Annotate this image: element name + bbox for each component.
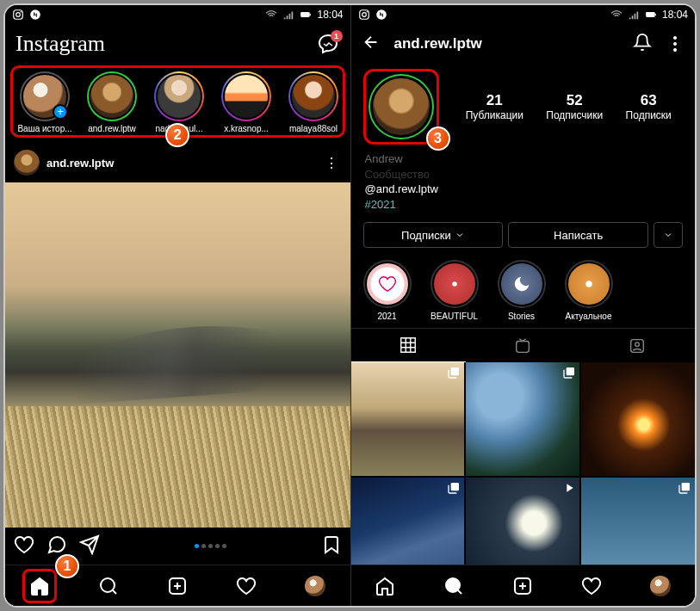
instagram-icon	[12, 9, 24, 21]
grid-icon	[399, 336, 418, 355]
post-image[interactable]	[5, 182, 350, 528]
posts-grid	[351, 362, 696, 591]
share-button[interactable]	[79, 534, 100, 559]
instagram-logo: Instagram	[15, 31, 105, 57]
story-item[interactable]: malaya88sol	[283, 71, 341, 133]
status-time: 18:04	[662, 9, 688, 21]
tab-igtv[interactable]	[466, 329, 580, 362]
svg-point-1	[16, 13, 21, 17]
profile-more-button[interactable]	[666, 36, 685, 52]
video-icon	[562, 481, 576, 495]
notifications-button[interactable]	[633, 33, 652, 55]
svg-rect-4	[301, 12, 311, 17]
svg-rect-21	[451, 483, 459, 491]
nav-profile[interactable]	[643, 569, 678, 603]
carousel-dots	[195, 544, 226, 548]
svg-point-11	[376, 9, 387, 20]
highlight-item[interactable]: Stories	[494, 260, 549, 321]
tagged-icon	[628, 336, 647, 355]
post-username[interactable]: and.rew.lptw	[46, 157, 318, 170]
highlights-tray[interactable]: 2021 BEAUTIFUL Stories Актуальное	[351, 256, 696, 328]
nav-home[interactable]	[22, 569, 57, 603]
post-header[interactable]: and.rew.lptw ⋮	[5, 143, 350, 182]
status-bar: 18:04	[5, 5, 350, 24]
messenger-button[interactable]: 1	[316, 32, 340, 56]
nav-activity[interactable]	[229, 569, 263, 603]
carousel-icon	[447, 481, 461, 495]
callout-2: 2	[165, 123, 189, 147]
carousel-icon	[447, 366, 461, 380]
profile-screen: 18:04 and.rew.lptw 3 21Публикации 52Подп…	[350, 5, 696, 606]
post-avatar[interactable]	[14, 150, 40, 176]
story-label: Ваша истор...	[17, 124, 71, 133]
story-label: and.rew.lptw	[88, 124, 136, 133]
heart-icon	[378, 275, 397, 293]
svg-rect-13	[655, 14, 656, 15]
shazam-icon	[375, 9, 387, 21]
bio-handle: @and.rew.lptw	[365, 182, 682, 197]
battery-icon	[645, 9, 657, 21]
highlight-item[interactable]: 2021	[360, 260, 415, 321]
svg-rect-16	[517, 341, 530, 352]
nav-add[interactable]	[160, 569, 195, 603]
signal-icon	[282, 9, 294, 21]
callout-3: 3	[426, 127, 450, 151]
svg-point-6	[101, 578, 115, 592]
svg-point-3	[30, 9, 40, 20]
post-actions	[5, 528, 350, 564]
carousel-icon	[562, 366, 576, 380]
grid-post[interactable]	[351, 362, 465, 476]
feed-screen: 18:04 Instagram 1 + Ваша истор... and.re…	[5, 5, 350, 606]
story-item[interactable]: and.rew.lptw	[82, 71, 142, 133]
bio-hashtag: #2021	[365, 197, 682, 213]
stat-posts[interactable]: 21Публикации	[466, 92, 523, 121]
svg-rect-19	[451, 367, 459, 375]
profile-stats: 21Публикации 52Подписчики 63Подписки	[455, 92, 684, 121]
profile-top: 3 21Публикации 52Подписчики 63Подписки	[351, 64, 696, 150]
sun-icon	[579, 275, 598, 293]
svg-point-15	[585, 281, 592, 287]
add-story-icon: +	[53, 104, 68, 120]
stat-following[interactable]: 63Подписки	[626, 92, 672, 121]
stat-followers[interactable]: 52Подписчики	[546, 92, 603, 121]
nav-add[interactable]	[505, 569, 540, 603]
profile-tabs	[351, 328, 696, 362]
wifi-icon	[610, 9, 623, 21]
igtv-icon	[513, 336, 532, 355]
nav-profile[interactable]	[298, 569, 332, 603]
svg-point-9	[362, 13, 366, 17]
back-button[interactable]	[362, 33, 381, 55]
msg-badge: 1	[331, 30, 343, 42]
tab-tagged[interactable]	[580, 329, 695, 362]
carousel-icon	[678, 481, 691, 495]
grid-post[interactable]	[581, 362, 695, 476]
story-self[interactable]: + Ваша истор...	[15, 71, 75, 133]
callout-1: 1	[55, 554, 79, 578]
suggest-button[interactable]	[654, 222, 683, 248]
instagram-icon	[358, 9, 370, 21]
nav-search[interactable]	[437, 569, 471, 603]
nav-activity[interactable]	[574, 569, 609, 603]
svg-rect-12	[646, 12, 655, 17]
avatar-highlight-box: 3	[363, 69, 439, 145]
profile-header: and.rew.lptw	[351, 24, 696, 64]
profile-buttons: Подписки Написать	[351, 219, 696, 256]
nav-home[interactable]	[368, 569, 402, 603]
story-label: malaya88sol	[289, 124, 338, 133]
nav-search[interactable]	[91, 569, 126, 603]
following-button[interactable]: Подписки	[363, 222, 504, 248]
battery-icon	[300, 9, 312, 21]
feed-header: Instagram 1	[5, 24, 350, 64]
wifi-icon	[265, 9, 277, 21]
save-button[interactable]	[321, 534, 342, 559]
message-button[interactable]: Написать	[508, 222, 648, 248]
highlight-item[interactable]: BEAUTIFUL	[427, 260, 482, 321]
tab-grid[interactable]	[351, 329, 466, 362]
story-item[interactable]: x.krasnop...	[216, 71, 276, 133]
like-button[interactable]	[14, 534, 34, 559]
post-more-button[interactable]: ⋮	[325, 155, 342, 171]
status-bar: 18:04	[351, 5, 696, 24]
grid-post[interactable]	[466, 362, 579, 476]
profile-avatar[interactable]	[370, 76, 432, 138]
highlight-item[interactable]: Актуальное	[561, 260, 616, 321]
